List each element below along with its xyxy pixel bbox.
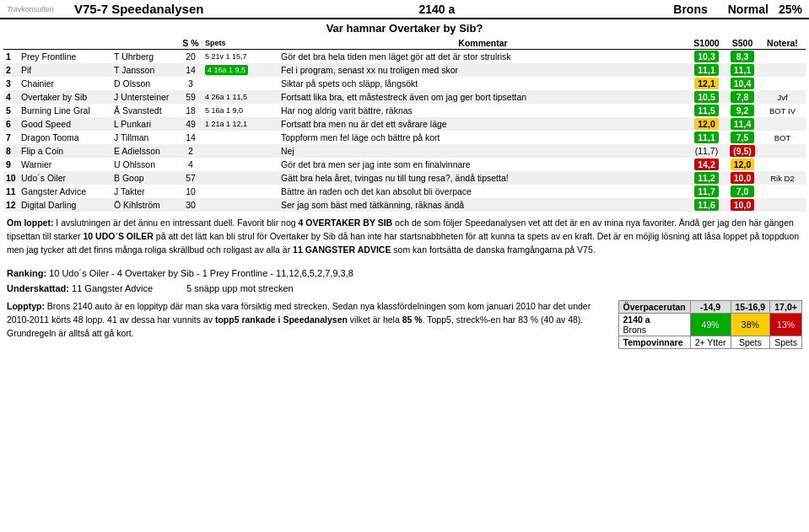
row-num: 10 (3, 171, 19, 185)
table-row: 7 Dragon Tooma J Tillman 14 Toppform men… (3, 131, 806, 144)
score-badge: 11,7 (694, 185, 718, 197)
main-table-wrapper: S % Spets Kommentar S1000 S500 Notera! 1… (0, 37, 809, 212)
row-s1000: 11,1 (688, 131, 725, 144)
score-badge: 12,0 (694, 118, 718, 130)
row-spct: 10 (179, 185, 202, 198)
row-spct: 14 (179, 131, 202, 144)
row-notera (759, 63, 806, 77)
op-cell: Spets (770, 336, 802, 349)
op-col-1: -14,9 (690, 301, 731, 314)
row-spets (202, 158, 278, 171)
ranking-section: Ranking: 10 Udo´s Oiler - 4 Overtaker by… (0, 261, 809, 282)
op-col-2: 15-16,9 (731, 301, 770, 314)
op-col-3: 17,0+ (770, 301, 802, 314)
score-badge: 7,0 (731, 185, 754, 197)
row-s500: 7,5 (725, 131, 759, 144)
op-row: Tempovinnare2+ YtterSpetsSpets (618, 336, 801, 349)
score-badge: 7,5 (731, 132, 754, 143)
row-trainer: T Jansson (111, 63, 179, 77)
score-badge: 12,0 (731, 159, 754, 170)
score-badge: 11,6 (694, 199, 718, 211)
op-header-row: Överpacerutan -14,9 15-16,9 17,0+ (618, 301, 801, 314)
score-badge: 12,1 (694, 78, 718, 89)
row-s1000: 11,6 (688, 198, 725, 212)
row-s500: 10,0 (725, 198, 759, 212)
score-badge: 11,2 (694, 172, 718, 184)
row-spets (202, 131, 278, 144)
row-notera (759, 117, 806, 131)
row-kommentar: Bättre än raden och det kan absolut bli … (278, 185, 688, 198)
row-num: 1 (3, 50, 19, 64)
row-notera (759, 158, 806, 171)
row-spct: 14 (179, 63, 202, 77)
underskattad-extra: 5 snäpp upp mot strecken (186, 283, 294, 293)
row-num: 4 (3, 90, 19, 104)
row-kommentar: Siktar på spets och släpp, långsökt (278, 77, 688, 90)
row-spets (202, 198, 278, 212)
row-spct: 20 (179, 50, 202, 64)
table-row: 3 Chainier D Olsson 3 Siktar på spets oc… (3, 77, 806, 90)
row-num: 3 (3, 77, 19, 90)
om-loppet-text: Om loppet: I avslutningen är det ännu en… (7, 218, 799, 255)
row-kommentar: Nej (278, 144, 688, 158)
header-type: Brons (673, 3, 707, 16)
row-notera (759, 77, 806, 90)
row-spets: 4 26a 1 11,5 (202, 90, 278, 104)
row-notera: Jvf (759, 90, 806, 104)
main-table: S % Spets Kommentar S1000 S500 Notera! 1… (3, 37, 806, 212)
table-row: 4 Overtaker by Sib J Untersteiner 59 4 2… (3, 90, 806, 104)
row-spets (202, 185, 278, 198)
col-header-num (3, 37, 19, 50)
row-s1000: 12,0 (688, 117, 725, 131)
score-badge: (9,5) (730, 145, 755, 157)
row-notera (759, 198, 806, 212)
score-badge: 10,0 (731, 199, 754, 211)
row-s1000: 11,2 (688, 171, 725, 185)
row-spets (202, 144, 278, 158)
row-notera (759, 144, 806, 158)
row-trainer: U Ohlsson (111, 158, 179, 171)
row-horse: Burning Line Gral (19, 104, 111, 117)
ranking-label: Ranking: (7, 268, 46, 278)
col-header-trainer (111, 37, 179, 50)
op-cell: 49% (690, 314, 731, 336)
score-badge: 14,2 (694, 159, 718, 170)
score-badge: 11,4 (731, 118, 754, 130)
row-kommentar: Toppform men fel läge och bättre på kort (278, 131, 688, 144)
row-kommentar: Gör det bra men ser jag inte som en fina… (278, 158, 688, 171)
row-s500: 9,2 (725, 104, 759, 117)
row-num: 9 (3, 158, 19, 171)
col-header-notera: Notera! (759, 37, 806, 50)
col-header-s500: S500 (725, 37, 759, 50)
op-header-title: Överpacerutan (618, 301, 690, 314)
col-header-horse (19, 37, 111, 50)
row-s500: 11,1 (725, 63, 759, 77)
row-notera (759, 50, 806, 64)
header-condition: Normal (728, 3, 769, 16)
score-badge: 8,3 (731, 51, 754, 62)
row-num: 11 (3, 185, 19, 198)
row-spct: 18 (179, 104, 202, 117)
row-num: 5 (3, 104, 19, 117)
row-spct: 59 (179, 90, 202, 104)
header-year: 2140 a (210, 3, 663, 16)
op-label: 2140 aBrons (618, 314, 690, 336)
row-kommentar: Ser jag som bäst med tätkänning, räknas … (278, 198, 688, 212)
lopptyp-label: Lopptyp: (7, 301, 45, 311)
row-s1000: 14,2 (688, 158, 725, 171)
underskattad-label: Underskattad: (7, 283, 69, 293)
row-horse: Digital Darling (19, 198, 111, 212)
row-s1000: 11,5 (688, 104, 725, 117)
row-spct: 57 (179, 171, 202, 185)
table-row: 8 Flip a Coin E Adielsson 2 Nej (11,7) (… (3, 144, 806, 158)
row-s500: 7,8 (725, 90, 759, 104)
row-trainer: Ö Kihlström (111, 198, 179, 212)
score-value: (11,7) (695, 146, 718, 156)
row-s1000: (11,7) (688, 144, 725, 158)
row-s1000: 12,1 (688, 77, 725, 90)
spets-text: 5 16a 1 9,0 (205, 106, 243, 115)
row-num: 7 (3, 131, 19, 144)
row-kommentar: Gätt bra hela året, tvingas nu till tung… (278, 171, 688, 185)
row-s500: 7,0 (725, 185, 759, 198)
table-row: 10 Udo´s Oiler B Goop 57 Gätt bra hela å… (3, 171, 806, 185)
